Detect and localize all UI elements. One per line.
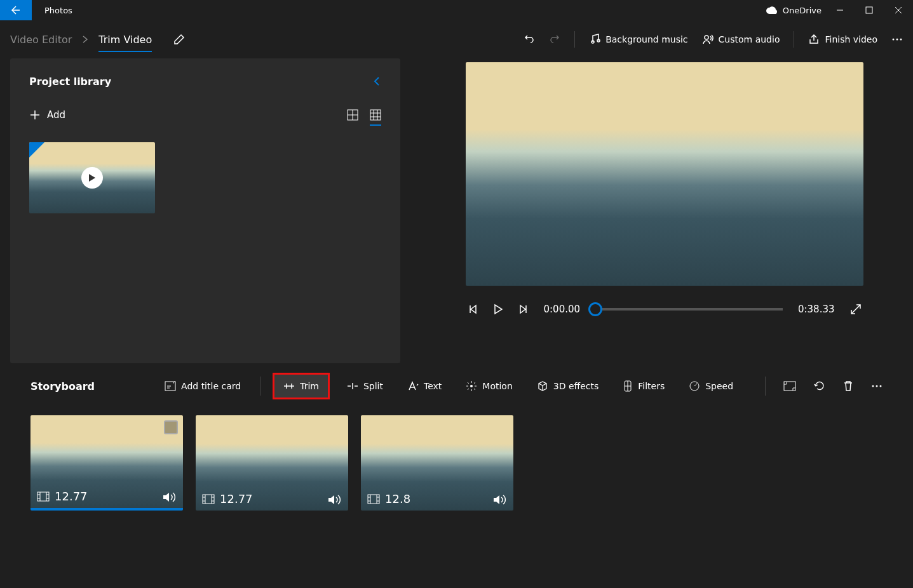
onedrive-button[interactable]: OneDrive	[766, 6, 822, 15]
breadcrumb: Video Editor Trim Video	[10, 34, 185, 46]
chevron-left-icon	[372, 75, 381, 88]
undo-icon	[524, 34, 535, 45]
trim-button[interactable]: Trim	[274, 375, 328, 398]
divider	[574, 31, 575, 48]
current-time: 0:00.00	[544, 304, 581, 315]
rename-button[interactable]	[173, 34, 185, 45]
svg-rect-15	[37, 492, 49, 501]
step-back-icon	[468, 304, 478, 314]
clip-duration: 12.8	[385, 492, 410, 505]
play-button[interactable]	[493, 304, 503, 315]
text-icon	[407, 381, 419, 391]
aspect-ratio-button[interactable]	[783, 381, 796, 391]
fullscreen-button[interactable]	[850, 304, 862, 315]
svg-point-3	[896, 39, 898, 41]
clip-item[interactable]: 12.77	[196, 415, 348, 511]
breadcrumb-root[interactable]: Video Editor	[10, 34, 72, 46]
play-overlay	[81, 167, 103, 189]
text-button[interactable]: Text	[402, 375, 447, 398]
clip-volume-button[interactable]	[163, 491, 177, 503]
storyboard-more-button[interactable]	[871, 384, 883, 388]
divider	[794, 31, 794, 48]
aspect-icon	[783, 381, 796, 391]
clip-duration: 12.77	[220, 492, 253, 505]
clip-volume-button[interactable]	[328, 494, 342, 505]
project-library-panel: Project library Add	[10, 58, 400, 363]
previous-frame-button[interactable]	[468, 304, 478, 314]
toolbar: Video Editor Trim Video Background music…	[0, 20, 913, 58]
arrow-left-icon	[11, 5, 21, 15]
close-icon	[895, 6, 902, 14]
split-button[interactable]: Split	[342, 375, 388, 398]
redo-button[interactable]	[549, 34, 560, 45]
clip-item[interactable]: 12.8	[361, 415, 513, 511]
undo-button[interactable]	[524, 34, 535, 45]
motion-icon	[466, 380, 477, 392]
clip-item[interactable]: 12.77	[30, 415, 183, 511]
onedrive-label: OneDrive	[783, 6, 822, 15]
svg-rect-16	[203, 495, 214, 504]
svg-point-12	[872, 385, 874, 387]
redo-icon	[549, 34, 560, 45]
preview-panel: 0:00.00 0:38.33	[426, 58, 903, 363]
expand-icon	[850, 304, 862, 315]
svg-rect-17	[368, 495, 379, 504]
3d-effects-button[interactable]: 3D effects	[532, 375, 604, 398]
video-preview[interactable]	[466, 62, 863, 286]
rotate-button[interactable]	[814, 380, 825, 392]
minimize-icon	[836, 6, 844, 14]
volume-icon	[493, 494, 507, 505]
seek-slider[interactable]	[595, 308, 783, 311]
library-clip-thumbnail[interactable]	[29, 142, 155, 213]
rotate-icon	[814, 380, 825, 392]
volume-icon	[328, 494, 342, 505]
maximize-icon	[865, 6, 873, 14]
play-icon	[88, 173, 96, 182]
collapse-library-button[interactable]	[372, 75, 381, 88]
grid-small-icon	[370, 109, 381, 121]
svg-point-8	[470, 385, 473, 387]
titlebar: Photos OneDrive	[0, 0, 913, 20]
cloud-icon	[766, 6, 778, 14]
split-icon	[347, 382, 358, 391]
seek-knob[interactable]	[588, 302, 602, 316]
back-button[interactable]	[0, 0, 32, 20]
clip-duration: 12.77	[55, 490, 88, 503]
trim-icon	[283, 382, 295, 391]
speed-button[interactable]: Speed	[684, 375, 738, 398]
effects-3d-icon	[537, 380, 548, 392]
svg-rect-0	[866, 7, 872, 13]
grid-large-icon	[347, 109, 358, 121]
clip-volume-button[interactable]	[493, 494, 507, 505]
app-title: Photos	[44, 6, 72, 15]
svg-rect-6	[370, 110, 381, 120]
close-button[interactable]	[884, 0, 913, 20]
volume-icon	[163, 491, 177, 503]
delete-button[interactable]	[843, 380, 853, 392]
pencil-icon	[173, 34, 185, 45]
speed-icon	[689, 380, 700, 392]
custom-audio-button[interactable]: Custom audio	[702, 34, 780, 45]
svg-point-1	[705, 36, 708, 39]
background-music-button[interactable]: Background music	[589, 34, 687, 45]
filters-button[interactable]: Filters	[618, 375, 670, 398]
filters-icon	[623, 380, 633, 392]
music-icon	[589, 34, 600, 45]
breadcrumb-current[interactable]: Trim Video	[98, 34, 152, 46]
more-button[interactable]	[891, 37, 903, 41]
finish-video-button[interactable]: Finish video	[808, 34, 877, 45]
view-small-button[interactable]	[370, 109, 381, 121]
add-title-card-button[interactable]: Add title card	[159, 375, 246, 398]
clip-checkbox[interactable]	[164, 420, 178, 434]
minimize-button[interactable]	[825, 0, 855, 20]
maximize-button[interactable]	[855, 0, 884, 20]
audio-person-icon	[702, 34, 713, 45]
clips-row: 12.77 12.77 12.8	[30, 415, 883, 511]
plus-icon	[29, 109, 41, 121]
motion-button[interactable]: Motion	[461, 375, 517, 398]
view-large-button[interactable]	[347, 109, 358, 121]
next-frame-button[interactable]	[518, 304, 529, 314]
add-media-button[interactable]: Add	[29, 109, 65, 121]
step-forward-icon	[518, 304, 529, 314]
more-icon	[891, 37, 903, 41]
